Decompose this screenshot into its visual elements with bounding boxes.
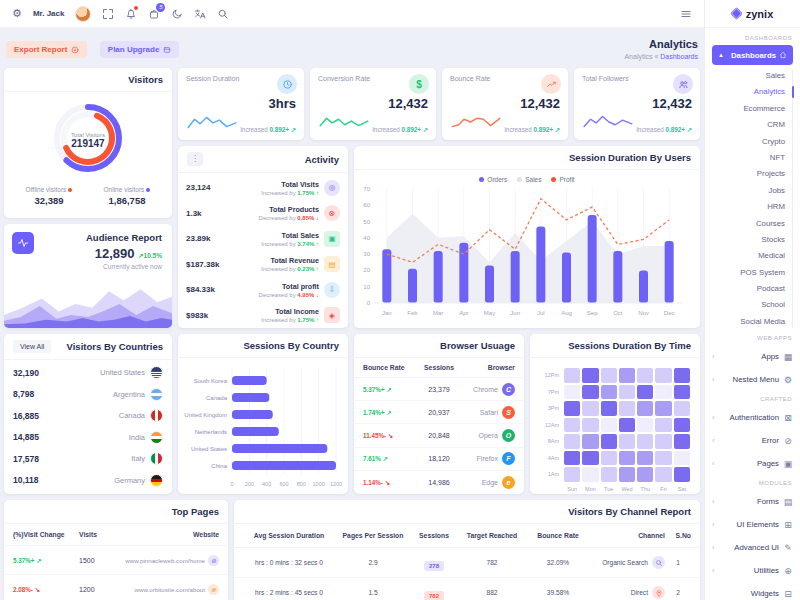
activity-row: $84.33k Total profitDecreased by 4.95% ⇩ — [186, 277, 340, 303]
avatar[interactable] — [75, 6, 91, 22]
notifications-icon[interactable] — [125, 8, 137, 20]
svg-text:200: 200 — [245, 481, 254, 487]
target-icon: ◎ — [324, 180, 340, 196]
fullscreen-icon[interactable] — [102, 8, 114, 20]
heatmap-cell — [564, 368, 580, 383]
sidebar-subitem-hrm[interactable]: HRM — [712, 199, 785, 215]
page-content: Export Report Plan Upgrade Analytics Ana… — [0, 28, 704, 600]
svg-text:Aug: Aug — [561, 310, 572, 316]
dark-mode-icon[interactable] — [171, 8, 183, 20]
heatmap-cell — [601, 401, 617, 416]
svg-text:United Kingdom: United Kingdom — [184, 412, 227, 418]
sidebar-subitem-school[interactable]: School — [712, 297, 785, 313]
breadcrumb-current[interactable]: Dashboards — [660, 53, 698, 60]
sidebar-item-error[interactable]: ‹Error⊘ — [712, 429, 793, 452]
info-icon: ⊘ — [783, 436, 793, 446]
sidebar-item-apps[interactable]: ‹Apps▦ — [712, 345, 793, 368]
brand-diamond-icon — [730, 7, 743, 20]
heatmap-cell — [637, 418, 653, 433]
clock-icon — [277, 74, 297, 94]
sidebar-subitem-medical[interactable]: Medical — [712, 248, 785, 264]
heatmap-cell — [637, 451, 653, 466]
sidebar-item-pages[interactable]: ‹Pages▣ — [712, 452, 793, 475]
sidebar-item-advanced-ui[interactable]: ‹Advanced UI✎ — [712, 536, 793, 559]
translate-icon[interactable] — [194, 8, 206, 20]
svg-text:Netherlands: Netherlands — [195, 429, 227, 435]
heatmap-cell — [601, 434, 617, 449]
browser-row: 1.14%-14,986Edgee — [354, 471, 524, 494]
settings-icon[interactable]: ⚙ — [12, 8, 22, 19]
heatmap-cell — [655, 467, 671, 482]
sidebar-subitem-podcast[interactable]: Podcast — [712, 281, 785, 297]
sidebar-subitem-pos[interactable]: POS System — [712, 265, 785, 281]
sidebar-item-ui-elements[interactable]: ‹UI Elements⊞ — [712, 513, 793, 536]
cart-icon[interactable]: 5 — [148, 8, 160, 20]
plan-upgrade-button[interactable]: Plan Upgrade — [100, 41, 180, 58]
sidebar-subitem-analytics[interactable]: Analytics — [712, 84, 785, 100]
heatmap-cell — [674, 368, 690, 383]
export-report-button[interactable]: Export Report — [6, 41, 87, 58]
heatmap-cell — [674, 434, 690, 449]
sidebar-subitem-crypto[interactable]: Crypto — [712, 134, 785, 150]
chevron-left-icon: ‹ — [712, 497, 715, 506]
heatmap-col-label: Fri — [655, 484, 671, 492]
total-visitors-value: 219147 — [71, 138, 104, 149]
time-heatmap: 12Pm7Pm3Pm12Am8Am4Am1AmSunMonTueWedThuFr… — [530, 358, 700, 494]
heatmap-row-label: 12Pm — [540, 368, 562, 383]
sidebar-subitem-sales[interactable]: Sales — [712, 68, 785, 84]
heatmap-col-label: Thu — [637, 484, 653, 492]
canada-flag-icon — [150, 409, 163, 422]
svg-text:Jan: Jan — [382, 310, 392, 316]
svg-text:50: 50 — [363, 219, 370, 225]
sidebar-subitem-stocks[interactable]: Stocks — [712, 232, 785, 248]
view-all-button[interactable]: View All — [13, 340, 51, 353]
heatmap-row-label: 12Am — [540, 418, 562, 433]
heatmap-row-label: 4Am — [540, 451, 562, 466]
activity-menu-button[interactable]: ⋮ — [187, 152, 203, 166]
chevron-up-icon: ▲ — [718, 52, 724, 58]
edge-icon: e — [502, 476, 515, 489]
heatmap-cell — [637, 467, 653, 482]
sidebar-item-authentication[interactable]: ‹Authentication⊠ — [712, 406, 793, 429]
doc-icon: ▤ — [324, 256, 340, 272]
heatmap-cell — [674, 467, 690, 482]
browser-row: 5.37%+23,379ChromeC — [354, 378, 524, 401]
chevron-left-icon: ‹ — [712, 566, 715, 575]
svg-text:United States: United States — [191, 446, 227, 452]
sidebar: zynix DASHBOARDS ▲ Dashboards Sales Anal… — [704, 0, 800, 600]
page-title: Analytics — [624, 38, 698, 50]
session-duration-chart: 010203040506070JanFebMarAprMayJunJulAugS… — [354, 183, 690, 319]
heatmap-cell — [564, 451, 580, 466]
browser-usage-title: Browser Usuage — [354, 334, 524, 358]
sidebar-item-dashboards[interactable]: ▲ Dashboards — [712, 45, 793, 65]
sidebar-item-nested-menu[interactable]: ‹Nested Menu⚙ — [712, 368, 793, 391]
pulse-icon[interactable] — [12, 232, 34, 254]
action-buttons: Export Report Plan Upgrade — [6, 38, 179, 58]
sidebar-subitem-crm[interactable]: CRM — [712, 117, 785, 133]
svg-text:May: May — [484, 310, 495, 316]
heatmap-cell — [619, 467, 635, 482]
sidebar-subitem-ecommerce[interactable]: Ecommerce — [712, 101, 785, 117]
sidebar-subitem-socialmedia[interactable]: Social Media — [712, 314, 785, 330]
sidebar-item-forms[interactable]: ‹Forms▤ — [712, 490, 793, 513]
gift-icon: ⊟ — [783, 589, 793, 599]
menu-toggle-icon[interactable] — [680, 8, 692, 20]
card-icon: ▣ — [324, 231, 340, 247]
browser-usage-card: Browser Usuage Bounce RateSessionsBrowse… — [354, 334, 524, 494]
sidebar-item-widgets[interactable]: Widgets⊟ — [712, 582, 793, 600]
sidebar-subitem-jobs[interactable]: Jobs — [712, 183, 785, 199]
heatmap-col-label: Wed — [619, 484, 635, 492]
sidebar-subitem-nft[interactable]: NFT — [712, 150, 785, 166]
sidebar-subitem-courses[interactable]: Courses — [712, 216, 785, 232]
heatmap-cell — [582, 418, 598, 433]
heatmap-cell — [601, 467, 617, 482]
chart-legend: Orders Sales Profit — [354, 170, 700, 183]
home-icon — [779, 51, 787, 59]
heatmap-cell — [582, 467, 598, 482]
sidebar-subitem-projects[interactable]: Projects — [712, 166, 785, 182]
heatmap-cell — [582, 385, 598, 400]
sidebar-item-utilities[interactable]: ‹Utilities⊕ — [712, 559, 793, 582]
brand-logo[interactable]: zynix — [705, 0, 800, 28]
browser-table-header: Bounce RateSessionsBrowser — [354, 358, 524, 378]
search-icon[interactable] — [217, 8, 229, 20]
